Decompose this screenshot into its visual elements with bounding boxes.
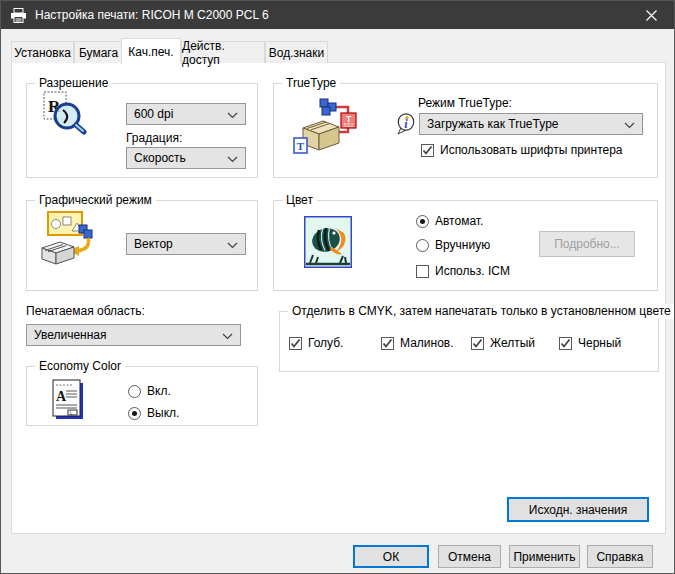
economy-on-label: Вкл.: [147, 384, 171, 398]
help-label: Справка: [596, 550, 643, 564]
checkbox-box: [381, 337, 394, 350]
restore-defaults-label: Исходн. значения: [529, 503, 628, 517]
window-title: Настройка печати: RICOH M C2000 PCL 6: [35, 8, 269, 22]
help-button[interactable]: Справка: [587, 545, 653, 568]
use-printer-fonts-checkbox[interactable]: Использовать шрифты принтера: [421, 142, 623, 158]
cancel-button[interactable]: Отмена: [438, 545, 501, 568]
cancel-label: Отмена: [448, 550, 491, 564]
chevron-down-icon: [624, 122, 635, 129]
printable-area-label: Печатаемая область:: [26, 304, 145, 319]
svg-text:T: T: [297, 140, 305, 152]
resolution-select[interactable]: 600 dpi: [126, 103, 246, 125]
tab-paper[interactable]: Бумага: [74, 41, 123, 63]
info-balloon-icon[interactable]: i: [397, 113, 415, 135]
economy-color-group-title: Economy Color: [35, 359, 125, 374]
chevron-down-icon: [227, 242, 238, 249]
checkbox-box: [289, 337, 302, 350]
color-group-title: Цвет: [282, 193, 317, 208]
checkbox-box: [559, 337, 572, 350]
svg-text:A: A: [56, 389, 67, 404]
magnifier-document-icon: R: [43, 91, 89, 135]
truetype-group-title: TrueType: [282, 76, 340, 91]
svg-text:L: L: [70, 410, 73, 416]
color-auto-radio[interactable]: Автомат.: [416, 213, 483, 229]
check-mark-icon: [472, 338, 483, 349]
cmyk-black-checkbox[interactable]: Черный: [559, 335, 621, 351]
chevron-down-icon: [227, 156, 238, 163]
cmyk-cyan-label: Голуб.: [308, 336, 343, 350]
graphics-mode-value: Вектор: [134, 237, 173, 251]
cmyk-yellow-checkbox[interactable]: Желтый: [471, 335, 535, 351]
printable-area-value: Увеличенная: [34, 328, 107, 342]
apply-button[interactable]: Применить: [509, 545, 580, 568]
tab-print-quality[interactable]: Кач.печ.: [121, 38, 181, 64]
color-details-label: Подробно...: [554, 237, 620, 251]
resolution-value: 600 dpi: [134, 107, 173, 121]
checkbox-box: [421, 144, 434, 157]
radio-button: [416, 239, 429, 252]
graphics-mode-group-title: Графический режим: [35, 193, 156, 208]
check-mark-icon: [290, 338, 301, 349]
truetype-download-icon: T 532 T: [293, 98, 363, 160]
restore-defaults-button[interactable]: Исходн. значения: [507, 497, 649, 522]
checkbox-box: [416, 265, 429, 278]
vector-graphics-icon: [39, 211, 97, 267]
tab-valid-access[interactable]: Действ. доступ: [181, 41, 265, 63]
ok-label: ОК: [383, 550, 399, 564]
chevron-down-icon: [222, 333, 233, 340]
radio-button: [416, 215, 429, 228]
svg-text:532: 532: [343, 122, 354, 128]
cmyk-group-title: Отделить в CMYK, затем напечатать только…: [288, 304, 675, 319]
cmyk-black-label: Черный: [578, 336, 621, 350]
cmyk-magenta-label: Малинов.: [400, 336, 454, 350]
cmyk-cyan-checkbox[interactable]: Голуб.: [289, 335, 343, 351]
gradation-value: Скорость: [134, 151, 186, 165]
resolution-group-title: Разрешение: [35, 76, 112, 91]
cmyk-magenta-checkbox[interactable]: Малинов.: [381, 335, 454, 351]
tab-setup[interactable]: Установка: [11, 41, 74, 63]
use-printer-fonts-label: Использовать шрифты принтера: [440, 143, 623, 157]
chevron-down-icon: [227, 112, 238, 119]
use-icm-label: Использ. ICM: [435, 264, 510, 278]
color-manual-radio[interactable]: Вручниую: [416, 237, 490, 253]
checkbox-box: [471, 337, 484, 350]
check-mark-icon: [422, 145, 433, 156]
titlebar: Настройка печати: RICOH M C2000 PCL 6: [1, 1, 674, 29]
use-icm-checkbox[interactable]: Использ. ICM: [416, 263, 510, 279]
cmyk-yellow-label: Желтый: [490, 336, 535, 350]
check-mark-icon: [560, 338, 571, 349]
economy-off-label: Выкл.: [147, 406, 179, 420]
printable-area-select[interactable]: Увеличенная: [26, 324, 241, 346]
economy-off-radio[interactable]: Выкл.: [128, 405, 179, 421]
fish-picture-icon: [304, 216, 352, 268]
truetype-mode-label: Режим TrueType:: [418, 96, 512, 111]
economy-on-radio[interactable]: Вкл.: [128, 383, 171, 399]
tab-watermarks[interactable]: Вод.знаки: [265, 41, 328, 63]
color-auto-label: Автомат.: [435, 214, 483, 228]
radio-button: [128, 385, 141, 398]
color-details-button[interactable]: Подробно...: [539, 231, 635, 257]
gradation-select[interactable]: Скорость: [126, 147, 246, 169]
print-preferences-dialog: Настройка печати: RICOH M C2000 PCL 6 Ус…: [0, 0, 675, 574]
printer-icon: [10, 8, 27, 23]
apply-label: Применить: [513, 550, 575, 564]
graphics-mode-select[interactable]: Вектор: [126, 233, 246, 255]
close-button[interactable]: [629, 1, 674, 29]
economy-document-icon: A L: [49, 378, 87, 422]
ok-button[interactable]: ОК: [353, 545, 429, 568]
gradation-label: Градация:: [126, 131, 182, 146]
radio-button: [128, 407, 141, 420]
close-x-icon: [646, 10, 657, 21]
check-mark-icon: [382, 338, 393, 349]
truetype-mode-select[interactable]: Загружать как TrueType: [419, 113, 643, 135]
truetype-mode-value: Загружать как TrueType: [427, 117, 559, 131]
color-manual-label: Вручниую: [435, 238, 490, 252]
